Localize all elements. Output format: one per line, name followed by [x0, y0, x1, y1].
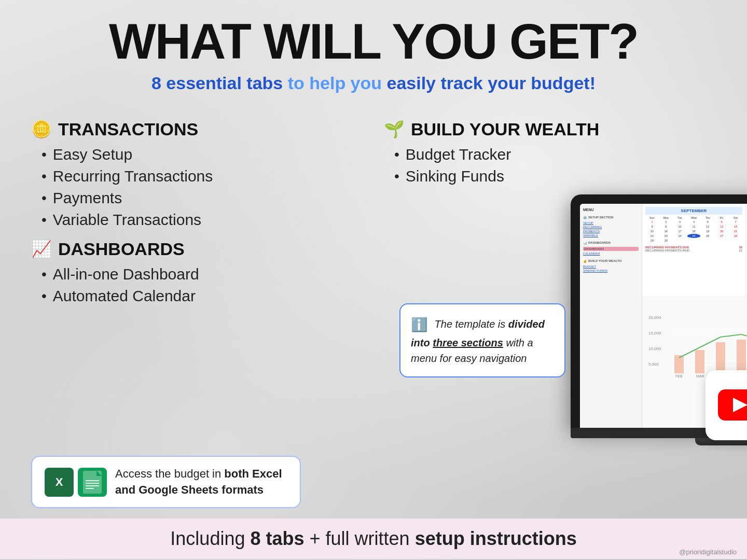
- footer-credit: @prioridigitalstudio: [679, 548, 737, 556]
- transactions-list: Easy Setup Recurring Transactions Paymen…: [42, 146, 363, 229]
- format-bold: both Excel and Google Sheets formats: [115, 467, 282, 496]
- main-container: WHAT WILL YOU GET? 8 essential tabs to h…: [0, 0, 747, 560]
- footer-prefix: Including: [170, 528, 245, 549]
- ss-link-setup[interactable]: SETUP: [583, 221, 639, 225]
- info-text: The template is divided into three secti…: [411, 318, 545, 364]
- ss-link-payments[interactable]: PAYMENTS: [583, 230, 639, 233]
- list-item: Recurring Transactions: [42, 167, 363, 185]
- format-icons: X: [45, 468, 107, 497]
- ss-link-calendar[interactable]: CALENDAR: [583, 252, 639, 255]
- ss-bar-chart: 20,000 15,000 10,000 5,000: [645, 311, 747, 379]
- subtitle-part1: 8 essential tabs: [151, 73, 283, 93]
- dashboards-heading: 📈 DASHBOARDS: [31, 239, 363, 259]
- ss-wealth-section: 💰 BUILD YOUR WEALTH: [583, 259, 639, 263]
- svg-text:FEB: FEB: [675, 374, 683, 378]
- ss-cal-grid: Sun Mon Tue Wed Thu Fri Sat 1: [645, 216, 742, 243]
- wealth-title: BUILD YOUR WEALTH: [411, 119, 599, 139]
- wealth-icon: 🌱: [384, 119, 405, 139]
- list-item: Payments: [42, 189, 363, 207]
- svg-text:15,000: 15,000: [648, 331, 661, 335]
- ss-calendar: SEPTEMBER Sun Mon Tue Wed Thu Fri: [642, 204, 746, 297]
- footer-bold1: 8 tabs: [250, 528, 304, 549]
- svg-text:MAR: MAR: [696, 374, 704, 378]
- content-area: 🪙 TRANSACTIONS Easy Setup Recurring Tran…: [0, 99, 747, 445]
- subtitle: 8 essential tabs to help you easily trac…: [31, 73, 716, 93]
- ss-day-fri: Fri: [715, 216, 728, 219]
- svg-rect-13: [716, 342, 725, 373]
- ss-day-thu: Thu: [701, 216, 714, 219]
- ss-link-budget[interactable]: BUDGET: [583, 265, 639, 268]
- list-item: Variable Transactions: [42, 211, 363, 229]
- ss-dashboards-section: 📊 DASHBOARDS: [583, 241, 639, 245]
- wealth-heading: 🌱 BUILD YOUR WEALTH: [384, 119, 599, 139]
- youtube-play-button[interactable]: [718, 389, 747, 421]
- footer-bar: Including 8 tabs + full written setup in…: [0, 519, 747, 559]
- svg-rect-28: [86, 480, 99, 481]
- list-item: Sinking Funds: [394, 167, 599, 185]
- spreadsheet-sidebar: MENU ⚙️ SETUP SECTION SETUP RECURRING PA…: [580, 204, 642, 428]
- right-area: 🌱 BUILD YOUR WEALTH Budget Tracker Sinki…: [384, 109, 747, 445]
- info-box: ℹ️ The template is divided into three se…: [399, 303, 565, 377]
- ss-link-recurring[interactable]: RECURRING: [583, 226, 639, 229]
- ss-chart-title: ANNUAL INCOME vs EXPENSES: [645, 300, 747, 304]
- svg-rect-11: [674, 355, 684, 373]
- list-item: Easy Setup: [42, 146, 363, 163]
- wealth-row: 🌱 BUILD YOUR WEALTH Budget Tracker Sinki…: [384, 109, 747, 194]
- info-icon: ℹ️: [411, 317, 427, 332]
- footer-bold2: setup instructions: [415, 528, 577, 549]
- ss-link-sinking[interactable]: SINKING FUNDS: [583, 269, 639, 272]
- svg-rect-31: [86, 488, 94, 489]
- sheets-icon: [78, 468, 107, 497]
- ss-setup-section: ⚙️ SETUP SECTION: [583, 216, 639, 219]
- excel-icon: X: [45, 468, 74, 497]
- svg-rect-29: [86, 483, 99, 484]
- laptop-area: ℹ️ The template is divided into three se…: [384, 200, 747, 445]
- svg-text:5,000: 5,000: [648, 362, 659, 367]
- format-text: Access the budget in both Excel and Goog…: [115, 466, 287, 498]
- svg-rect-12: [695, 350, 704, 373]
- footer-text: Including 8 tabs + full written setup in…: [42, 528, 706, 550]
- wealth-list: Budget Tracker Sinking Funds: [394, 146, 599, 185]
- format-box: X Access the budget in both Excel and Go…: [31, 456, 301, 509]
- transactions-heading: 🪙 TRANSACTIONS: [31, 119, 363, 139]
- ss-link-dashboard[interactable]: DASHBOARD: [583, 247, 639, 251]
- list-item: Budget Tracker: [394, 146, 599, 163]
- ss-menu-title: MENU: [583, 208, 639, 212]
- ss-day-sat: Sat: [729, 216, 742, 219]
- dashboards-title: DASHBOARDS: [58, 239, 185, 259]
- ss-cal-header: SEPTEMBER: [645, 207, 742, 215]
- ss-day-wed: Wed: [687, 216, 701, 219]
- list-item: Automated Calendar: [42, 287, 363, 305]
- ss-day-mon: Mon: [659, 216, 673, 219]
- left-column: 🪙 TRANSACTIONS Easy Setup Recurring Tran…: [31, 109, 384, 314]
- ss-day-tue: Tue: [673, 216, 687, 219]
- transactions-title: TRANSACTIONS: [58, 119, 198, 139]
- svg-rect-30: [86, 485, 99, 486]
- sheets-svg: [83, 471, 102, 494]
- ss-day-sun: Sun: [645, 216, 659, 219]
- footer-middle: + full written: [310, 528, 410, 549]
- main-title: WHAT WILL YOU GET?: [31, 16, 716, 68]
- ss-chart-legend: TOTAL EXPENSES INCOME: [645, 306, 747, 309]
- header-section: WHAT WILL YOU GET? 8 essential tabs to h…: [0, 0, 747, 99]
- svg-rect-14: [737, 340, 746, 373]
- subtitle-part3: easily track your budget!: [387, 73, 596, 93]
- bottom-area: X Access the budget in both Excel and Go…: [0, 445, 747, 514]
- svg-text:20,000: 20,000: [648, 315, 661, 320]
- ss-link-variable[interactable]: VARIABLE: [583, 234, 639, 237]
- dashboards-icon: 📈: [31, 239, 52, 259]
- wealth-column: 🌱 BUILD YOUR WEALTH Budget Tracker Sinki…: [384, 109, 599, 194]
- transactions-icon: 🪙: [31, 119, 52, 139]
- subtitle-part2: to help you: [288, 73, 382, 93]
- ss-top-area: SEPTEMBER Sun Mon Tue Wed Thu Fri: [642, 204, 747, 297]
- ss-recurring-info: RECURRING PAYMENTS DUE 36 RECURRING PAYM…: [645, 246, 742, 252]
- youtube-banner: INCLUDES A COMPREHENSIVE YOUTUBE TUTORIA…: [706, 370, 747, 440]
- svg-text:10,000: 10,000: [648, 346, 661, 351]
- list-item: All-in-one Dashboard: [42, 265, 363, 283]
- dashboards-list: All-in-one Dashboard Automated Calendar: [42, 265, 363, 305]
